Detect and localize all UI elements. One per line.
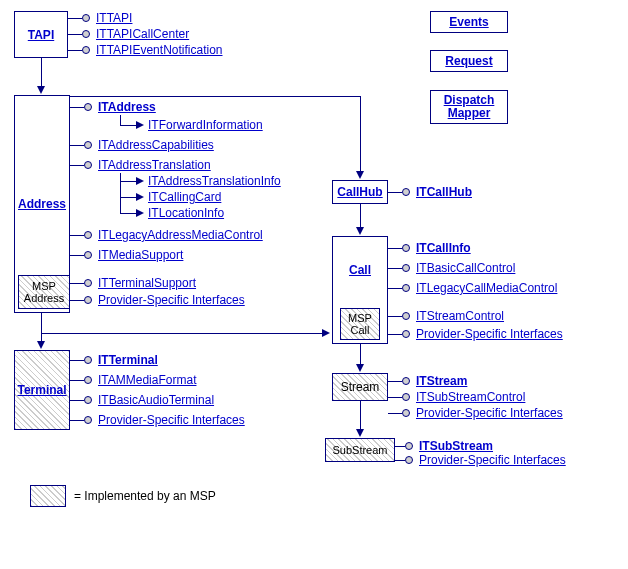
conn-line: [70, 420, 84, 421]
link-itstreamcontrol[interactable]: ITStreamControl: [416, 309, 504, 323]
link-itbasicaudioterminal[interactable]: ITBasicAudioTerminal: [98, 393, 214, 407]
call-label[interactable]: Call: [349, 263, 371, 277]
conn-line: [70, 283, 84, 284]
lollipop-icon: [84, 396, 92, 404]
conn-line: [70, 145, 84, 146]
conn-line: [41, 313, 42, 343]
conn-line: [68, 34, 82, 35]
link-itlegacycallmediacontrol[interactable]: ITLegacyCallMediaControl: [416, 281, 557, 295]
lollipop-icon: [405, 456, 413, 464]
conn-line: [395, 446, 405, 447]
link-itstream[interactable]: ITStream: [416, 374, 467, 388]
link-itterminal[interactable]: ITTerminal: [98, 353, 158, 367]
callhub-label[interactable]: CallHub: [337, 185, 382, 199]
link-itcallingcard[interactable]: ITCallingCard: [148, 190, 221, 204]
link-itmediasupport[interactable]: ITMediaSupport: [98, 248, 183, 262]
arrow-right-icon: [136, 193, 144, 201]
request-box[interactable]: Request: [430, 50, 508, 72]
conn-line: [388, 268, 402, 269]
conn-line: [70, 96, 360, 97]
dispatch-label: Dispatch Mapper: [444, 94, 495, 120]
lollipop-icon: [402, 312, 410, 320]
link-itlocationinfo[interactable]: ITLocationInfo: [148, 206, 224, 220]
lollipop-icon: [402, 377, 410, 385]
conn-line: [41, 58, 42, 88]
conn-line: [120, 115, 121, 125]
link-itaddress[interactable]: ITAddress: [98, 100, 156, 114]
link-itsubstream[interactable]: ITSubStream: [419, 439, 493, 453]
arrow-down-icon: [356, 227, 364, 235]
lollipop-icon: [402, 284, 410, 292]
conn-line: [395, 460, 405, 461]
arrow-right-icon: [136, 177, 144, 185]
link-term-providerspecific[interactable]: Provider-Specific Interfaces: [98, 413, 245, 427]
link-itforwardinformation[interactable]: ITForwardInformation: [148, 118, 263, 132]
link-stream-providerspecific[interactable]: Provider-Specific Interfaces: [416, 406, 563, 420]
link-itaddresscapabilities[interactable]: ITAddressCapabilities: [98, 138, 214, 152]
terminal-box: Terminal: [14, 350, 70, 430]
msp-address-box: MSP Address: [18, 275, 70, 309]
link-ittapi[interactable]: ITTAPI: [96, 11, 132, 25]
conn-line: [120, 173, 121, 213]
lollipop-icon: [84, 356, 92, 364]
conn-line: [360, 204, 361, 229]
msp-call-label: MSP Call: [348, 312, 372, 336]
arrow-right-icon: [322, 329, 330, 337]
lollipop-icon: [84, 279, 92, 287]
lollipop-icon: [84, 231, 92, 239]
link-itaddresstranslationinfo[interactable]: ITAddressTranslationInfo: [148, 174, 281, 188]
arrow-down-icon: [37, 86, 45, 94]
terminal-label[interactable]: Terminal: [17, 383, 66, 397]
arrow-right-icon: [136, 121, 144, 129]
address-label[interactable]: Address: [18, 197, 66, 211]
conn-line: [388, 381, 402, 382]
legend-swatch: [30, 485, 66, 507]
link-itaddresstranslation[interactable]: ITAddressTranslation: [98, 158, 211, 172]
legend-text: = Implemented by an MSP: [74, 489, 216, 503]
lollipop-icon: [402, 409, 410, 417]
arrow-down-icon: [356, 429, 364, 437]
link-addr-providerspecific[interactable]: Provider-Specific Interfaces: [98, 293, 245, 307]
conn-line: [388, 288, 402, 289]
conn-line: [360, 344, 361, 366]
arrow-down-icon: [37, 341, 45, 349]
link-ittapieventnotification[interactable]: ITTAPIEventNotification: [96, 43, 223, 57]
link-itbasiccallcontrol[interactable]: ITBasicCallControl: [416, 261, 515, 275]
link-call-providerspecific[interactable]: Provider-Specific Interfaces: [416, 327, 563, 341]
conn-line: [388, 316, 402, 317]
lollipop-icon: [402, 264, 410, 272]
msp-address-label: MSP Address: [24, 280, 64, 304]
lollipop-icon: [402, 188, 410, 196]
tapi-box: TAPI: [14, 11, 68, 58]
conn-line: [360, 401, 361, 431]
conn-line: [388, 248, 402, 249]
link-ittapicallcenter[interactable]: ITTAPICallCenter: [96, 27, 189, 41]
conn-line: [68, 18, 82, 19]
conn-line: [388, 334, 402, 335]
lollipop-icon: [405, 442, 413, 450]
lollipop-icon: [84, 103, 92, 111]
events-box[interactable]: Events: [430, 11, 508, 33]
tapi-label[interactable]: TAPI: [28, 28, 54, 42]
conn-line: [388, 413, 402, 414]
link-itammediaformat[interactable]: ITAMMediaFormat: [98, 373, 196, 387]
link-itcallhub[interactable]: ITCallHub: [416, 185, 472, 199]
lollipop-icon: [82, 14, 90, 22]
link-itlegacyaddressmediacontrol[interactable]: ITLegacyAddressMediaControl: [98, 228, 263, 242]
lollipop-icon: [402, 330, 410, 338]
conn-line: [70, 380, 84, 381]
stream-label: Stream: [341, 380, 380, 394]
link-substream-providerspecific[interactable]: Provider-Specific Interfaces: [419, 453, 566, 467]
lollipop-icon: [84, 251, 92, 259]
conn-line: [70, 165, 84, 166]
conn-line: [388, 397, 402, 398]
link-itcallinfo[interactable]: ITCallInfo: [416, 241, 471, 255]
lollipop-icon: [84, 376, 92, 384]
lollipop-icon: [84, 161, 92, 169]
link-itsubstreamcontrol[interactable]: ITSubStreamControl: [416, 390, 525, 404]
conn-line: [70, 235, 84, 236]
conn-line: [70, 360, 84, 361]
link-itterminalsupport[interactable]: ITTerminalSupport: [98, 276, 196, 290]
lollipop-icon: [402, 393, 410, 401]
dispatch-box[interactable]: Dispatch Mapper: [430, 90, 508, 124]
